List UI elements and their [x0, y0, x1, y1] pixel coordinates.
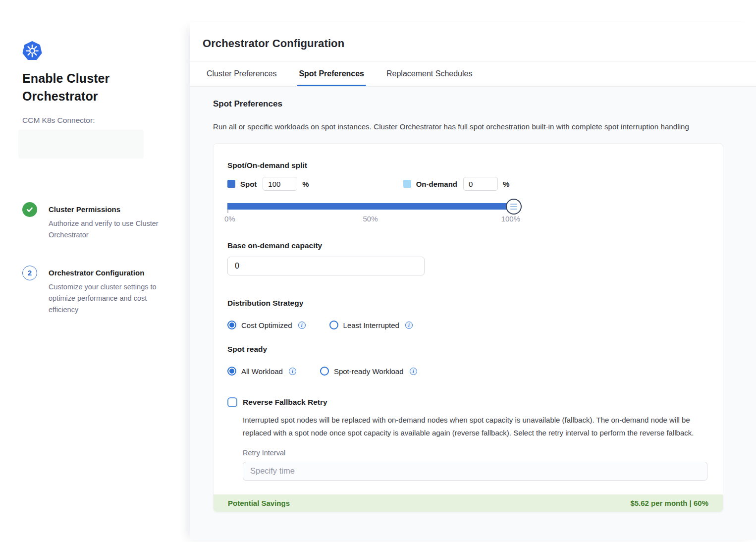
ondemand-percent-input[interactable] [463, 177, 498, 191]
orchestrator-config-panel: Orchestrator Configuration Cluster Prefe… [190, 22, 756, 540]
ondemand-color-swatch [403, 180, 411, 188]
radio-cost-optimized[interactable] [227, 321, 236, 329]
slider-tick-labels: 0% 50% 100% [227, 215, 513, 223]
reverse-fallback-label: Reverse Fallback Retry [243, 398, 327, 407]
check-icon [26, 206, 34, 214]
page-title: Orchestrator Configuration [203, 37, 742, 50]
spot-color-swatch [227, 180, 235, 188]
base-capacity-label: Base on-demand capacity [227, 241, 709, 250]
percent-sign: % [503, 180, 509, 188]
wizard-sidebar: Enable Cluster Orchestrator CCM K8s Conn… [0, 0, 190, 542]
step-description: Customize your cluster settings to optim… [49, 281, 170, 316]
retry-interval-input[interactable] [243, 462, 707, 481]
step-title: Cluster Permissions [49, 202, 170, 214]
connector-label: CCM K8s Connector: [22, 116, 170, 125]
tab-spot-preferences[interactable]: Spot Preferences [299, 61, 364, 86]
spot-group: Spot % [227, 177, 309, 191]
split-slider-fill [227, 203, 513, 210]
radio-least-interrupted[interactable] [329, 321, 338, 329]
distribution-strategy-option[interactable]: Cost Optimized i [227, 321, 306, 329]
slider-drag-handle[interactable] [506, 199, 522, 215]
step-cluster-permissions[interactable]: Cluster Permissions Authorize and verify… [22, 202, 170, 241]
spot-ready-options: All Workload i Spot-ready Workload i [227, 367, 709, 376]
panel-header: Orchestrator Configuration [190, 22, 756, 61]
percent-sign: % [302, 180, 309, 188]
split-slider-track[interactable] [227, 203, 513, 210]
step-complete-badge [22, 202, 37, 217]
base-capacity-input[interactable] [227, 257, 425, 275]
potential-savings-value: $5.62 per month | 60% [630, 499, 708, 507]
section-title: Spot Preferences [213, 99, 738, 109]
info-icon[interactable]: i [298, 322, 306, 329]
reverse-fallback-section: Reverse Fallback Retry Interrupted spot … [227, 397, 709, 481]
reverse-fallback-checkbox[interactable] [227, 397, 237, 407]
spot-label: Spot [240, 180, 257, 188]
info-icon[interactable]: i [289, 368, 296, 375]
step-description: Authorize and verify to use Cluster Orch… [49, 218, 170, 241]
ondemand-group: On-demand % [403, 177, 510, 191]
split-inputs-row: Spot % On-demand % [227, 177, 709, 191]
kubernetes-icon [22, 41, 42, 61]
step-title: Orchestrator Configuration [49, 266, 170, 277]
reverse-fallback-description: Interrupted spot nodes will be replaced … [243, 414, 702, 439]
retry-interval-label: Retry Interval [243, 449, 709, 457]
radio-spot-ready-workload[interactable] [320, 367, 329, 376]
tab-content: Spot Preferences Run all or specific wor… [190, 87, 756, 540]
tab-replacement-schedules[interactable]: Replacement Schedules [386, 61, 472, 86]
tick-50: 50% [363, 215, 378, 223]
wizard-steps: Cluster Permissions Authorize and verify… [22, 202, 170, 316]
slider-tick-mark [227, 210, 228, 213]
distribution-strategy-options: Cost Optimized i Least Interrupted i [227, 321, 709, 329]
distribution-strategy-option[interactable]: Least Interrupted i [329, 321, 413, 329]
drawer-title: Enable Cluster Orchestrator [22, 70, 149, 105]
preferences-tabbar: Cluster Preferences Spot Preferences Rep… [190, 61, 756, 87]
potential-savings-label: Potential Savings [228, 499, 290, 507]
spot-ready-option[interactable]: Spot-ready Workload i [320, 367, 417, 376]
split-label: Spot/On-demand split [227, 161, 709, 170]
spot-ready-option[interactable]: All Workload i [227, 367, 296, 376]
distribution-strategy-label: Distribution Strategy [227, 299, 709, 308]
step-orchestrator-configuration[interactable]: 2 Orchestrator Configuration Customize y… [22, 266, 170, 316]
connector-value-skeleton [18, 130, 144, 159]
tab-cluster-preferences[interactable]: Cluster Preferences [207, 61, 276, 86]
drag-lines-icon [510, 204, 517, 205]
spot-preferences-card: Spot/On-demand split Spot % On-demand % [213, 143, 723, 512]
info-icon[interactable]: i [405, 322, 413, 329]
ondemand-label: On-demand [416, 180, 457, 188]
info-icon[interactable]: i [410, 368, 417, 375]
tick-100: 100% [501, 215, 520, 223]
radio-all-workload[interactable] [227, 367, 236, 376]
spot-percent-input[interactable] [263, 177, 297, 191]
split-slider: 0% 50% 100% [227, 203, 513, 223]
tick-0: 0% [224, 215, 235, 223]
potential-savings-bar: Potential Savings $5.62 per month | 60% [214, 494, 723, 512]
spot-ready-label: Spot ready [227, 345, 709, 354]
drag-lines-icon [510, 209, 517, 210]
drag-lines-icon [510, 206, 517, 207]
section-description: Run all or specific workloads on spot in… [213, 122, 738, 131]
step-number-badge: 2 [22, 266, 37, 280]
